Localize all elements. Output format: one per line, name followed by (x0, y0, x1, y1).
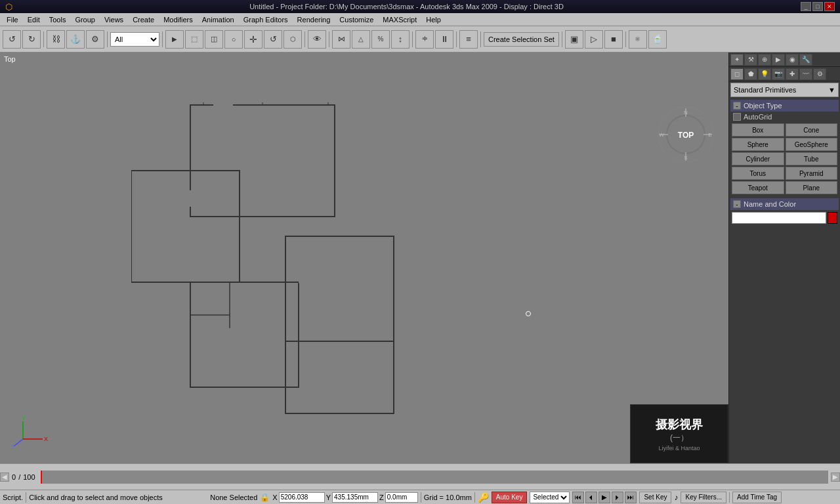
create-selection-set-button[interactable]: Create Selection Set (484, 32, 559, 47)
snap-button[interactable]: ⋈ (332, 30, 350, 49)
spacewarps-icon-btn[interactable]: 〰 (799, 68, 812, 80)
goto-end-button[interactable]: ⏭ (625, 492, 637, 503)
scale-button[interactable]: ⬡ (284, 30, 302, 49)
reactor-button[interactable]: ⚛ (629, 30, 647, 49)
goto-start-button[interactable]: ⏮ (572, 492, 584, 503)
angle-snap-button[interactable]: △ (352, 30, 370, 49)
tea-button[interactable]: 🍵 (648, 30, 667, 49)
menu-tools[interactable]: Tools (45, 15, 70, 24)
autogrid-checkbox[interactable] (733, 113, 741, 121)
systems-icon-btn[interactable]: ⚙ (813, 68, 826, 80)
x-coord-input[interactable] (279, 492, 325, 503)
rotate-button[interactable]: ↺ (264, 30, 282, 49)
cameras-icon-btn[interactable]: 📷 (772, 68, 785, 80)
select-button[interactable]: ▶ (165, 30, 184, 49)
timeline-nav-right[interactable]: ▶ (831, 472, 840, 482)
menu-file[interactable]: File (3, 15, 22, 24)
menu-rendering[interactable]: Rendering (293, 15, 335, 24)
menu-views[interactable]: Views (100, 15, 127, 24)
align-button[interactable]: ⏸ (435, 30, 453, 49)
spinner-snap-button[interactable]: ↕ (391, 30, 410, 49)
status-bar: Script. Click and drag to select and mov… (0, 490, 840, 504)
menu-create[interactable]: Create (129, 15, 158, 24)
add-time-tag-button[interactable]: Add Time Tag (732, 492, 782, 503)
geosphere-button[interactable]: GeoSphere (786, 138, 838, 151)
maximize-button[interactable]: □ (812, 2, 823, 11)
menu-customize[interactable]: Customize (335, 15, 377, 24)
render-scene-button[interactable]: ▣ (565, 30, 583, 49)
auto-key-button[interactable]: Auto Key (492, 492, 528, 503)
nav-gizmo[interactable]: TOP N S E W (656, 105, 715, 164)
y-coord-input[interactable] (332, 492, 378, 503)
utilities-tab-button[interactable]: 🔧 (799, 54, 812, 66)
z-coord-input[interactable] (385, 492, 418, 503)
prev-frame-button[interactable]: ⏴ (585, 492, 597, 503)
rect-select-button[interactable]: ⬚ (185, 30, 203, 49)
viewport[interactable]: Top (0, 52, 728, 463)
timeline-range: 0 / 100 (9, 473, 38, 481)
next-frame-button[interactable]: ⏵ (612, 492, 623, 503)
mirror-button[interactable]: ⫩ (415, 30, 434, 49)
create-tab-button[interactable]: ✦ (730, 54, 744, 66)
display-tab-button[interactable]: ◉ (786, 54, 799, 66)
filter-dropdown[interactable]: All Geometry Shapes (110, 32, 159, 47)
quick-render-button[interactable]: ▷ (585, 30, 603, 49)
rp-icon-row2: ◻ ⬟ 💡 📷 ✚ 〰 ⚙ (729, 67, 840, 81)
menu-animation[interactable]: Animation (198, 15, 238, 24)
set-key-button[interactable]: Set Key (639, 492, 671, 503)
geom-icon-btn[interactable]: ◻ (730, 68, 744, 80)
box-button[interactable]: Box (732, 123, 784, 136)
menu-modifiers[interactable]: Modifiers (159, 15, 197, 24)
tube-button[interactable]: Tube (786, 152, 838, 165)
play-button[interactable]: ▶ (598, 492, 610, 503)
timeline-nav-left[interactable]: ◀ (0, 472, 9, 482)
close-button[interactable]: ✕ (824, 2, 835, 11)
color-swatch-button[interactable] (828, 212, 837, 224)
render-type-button[interactable]: ■ (604, 30, 623, 49)
cylinder-button[interactable]: Cylinder (732, 152, 784, 165)
svg-rect-0 (190, 105, 335, 217)
sep5 (329, 32, 329, 47)
redo-button[interactable]: ↻ (22, 30, 41, 49)
minimize-button[interactable]: _ (801, 2, 811, 11)
link-button[interactable]: ⛓ (47, 30, 65, 49)
layer-button[interactable]: ≡ (459, 30, 478, 49)
object-type-label: Object Type (744, 102, 782, 110)
cone-button[interactable]: Cone (786, 123, 838, 136)
name-color-collapse-button[interactable]: - (733, 200, 741, 208)
modify-tab-button[interactable]: ⚒ (744, 54, 757, 66)
timeline-track[interactable] (41, 471, 828, 484)
unlink-button[interactable]: ⚓ (66, 30, 85, 49)
menu-maxscript[interactable]: MAXScript (379, 15, 421, 24)
object-name-input[interactable] (732, 212, 826, 224)
menu-graph-editors[interactable]: Graph Editors (240, 15, 292, 24)
percent-snap-button[interactable]: % (371, 30, 390, 49)
torus-button[interactable]: Torus (732, 167, 784, 180)
svg-text:N: N (684, 110, 688, 116)
hierarchy-tab-button[interactable]: ⊕ (758, 54, 771, 66)
pyramid-button[interactable]: Pyramid (786, 167, 838, 180)
name-color-section: - Name and Color (730, 198, 839, 226)
main-layout: Top (0, 52, 840, 463)
view-button[interactable]: 👁 (308, 30, 326, 49)
key-filters-button[interactable]: Key Filters... (681, 492, 726, 503)
undo-button[interactable]: ↺ (3, 30, 21, 49)
shapes-icon-btn[interactable]: ⬟ (744, 68, 757, 80)
motion-tab-button[interactable]: ▶ (772, 54, 785, 66)
lights-icon-btn[interactable]: 💡 (758, 68, 771, 80)
move-button[interactable]: ✛ (244, 30, 262, 49)
menu-group[interactable]: Group (71, 15, 99, 24)
object-type-collapse-button[interactable]: - (733, 102, 741, 110)
selected-dropdown[interactable]: Selected All (530, 492, 570, 503)
region-select-button[interactable]: ◫ (205, 30, 223, 49)
svg-rect-2 (190, 282, 299, 387)
menu-edit[interactable]: Edit (24, 15, 44, 24)
teapot-button[interactable]: Teapot (732, 181, 784, 194)
sphere-button[interactable]: Sphere (732, 138, 784, 151)
circle-select-button[interactable]: ○ (224, 30, 243, 49)
helpers-icon-btn[interactable]: ✚ (786, 68, 799, 80)
menu-help[interactable]: Help (422, 15, 445, 24)
bind-button[interactable]: ⚙ (86, 30, 104, 49)
primitives-dropdown[interactable]: Standard Primitives ▼ (730, 83, 839, 97)
plane-button[interactable]: Plane (786, 181, 838, 194)
